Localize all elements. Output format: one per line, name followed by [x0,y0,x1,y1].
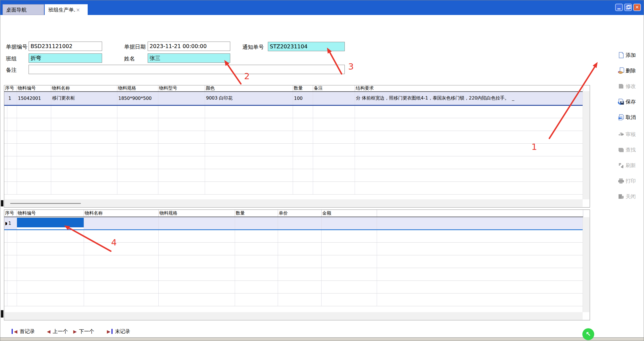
nav-last-record-button[interactable]: ▶ 末记录 [106,327,130,336]
first-record-bar-icon [12,329,13,334]
detail-grid-vertical-scrollbar[interactable] [583,217,589,312]
print-button[interactable]: 打印 [618,176,644,185]
tab-label: 班组生产单. [48,7,76,13]
detail-col-filler [377,210,583,217]
left-triangle-icon: ◀ [47,329,50,334]
cell-name[interactable] [84,217,158,230]
app-window: 桌面导航 班组生产单.× ✕ 单据编号 BSD231121002 单据日期 20… [0,0,644,341]
main-col-model: 物料型号 [158,85,205,92]
empty-row[interactable] [4,182,583,194]
audit-button[interactable]: 审核 [618,130,644,139]
doc-no-label: 单据编号 [6,43,27,51]
tab-team-production-order[interactable]: 班组生产单.× [45,4,88,15]
status-bar [0,337,644,341]
table-row[interactable]: 1 15042001 移门更衣柜 1850*900*500 9003 白印花 1… [4,92,583,105]
detail-col-qty: 数量 [235,210,278,217]
add-button[interactable]: 添加 [618,51,644,60]
restore-button[interactable] [624,4,632,11]
splitter-handle[interactable] [1,200,3,206]
detail-grid-horizontal-scrollbar[interactable] [5,312,583,320]
main-col-name: 物料名称 [51,85,117,92]
close-form-icon [618,193,624,200]
modify-button[interactable]: 修改 [618,82,644,91]
cell-code[interactable]: 15042001 [17,92,51,105]
title-bar [0,0,644,15]
team-input[interactable]: 折弯 [29,53,102,63]
empty-row[interactable] [4,255,583,268]
splitter-handle[interactable] [1,310,3,318]
cell-seq[interactable]: 1 [7,217,17,230]
add-doc-icon [618,52,624,59]
main-grid-table: 序号 物料编号 物料名称 物料规格 物料型号 颜色 数量 备注 结构要求 1 1… [4,85,583,195]
detail-grid: 序号 物料编号 物料名称 物料规格 数量 单价 金额 ▶ 1 [4,210,590,320]
cell-color[interactable]: 9003 白印花 [205,92,293,105]
save-button[interactable]: 保存 [618,97,644,106]
empty-row[interactable] [4,143,583,156]
team-label: 班组 [6,55,17,62]
empty-row[interactable] [4,242,583,255]
cancel-button[interactable]: 取消 [618,113,644,122]
close-form-button[interactable]: 关闭 [618,192,644,201]
cell-seq[interactable]: 1 [7,92,17,105]
empty-row[interactable] [4,156,583,169]
minimize-button[interactable] [615,4,623,11]
tab-desktop-navigation[interactable]: 桌面导航 [3,4,44,15]
row-indicator-cell [4,92,7,105]
find-button[interactable]: 查找 [618,145,644,154]
detail-col-code: 物料编号 [17,210,84,217]
annotation-number-4: 4 [111,237,117,247]
cell-model[interactable] [158,92,205,105]
delete-doc-icon [618,67,624,74]
detail-col-spec: 物料规格 [158,210,235,217]
delete-button[interactable]: 删除 [618,66,644,75]
cell-amount[interactable] [321,217,377,230]
annotation-number-3: 3 [348,61,354,72]
refresh-button[interactable]: 刷新 [618,161,644,170]
main-col-qty: 数量 [293,85,313,92]
detail-col-amount: 金额 [321,210,377,217]
notice-no-input[interactable]: STZ20231104 [268,42,345,51]
cell-qty[interactable]: 100 [293,92,313,105]
remark-input[interactable] [29,65,345,74]
refresh-icon [618,162,624,169]
nav-previous-button[interactable]: ◀ 上一个 [46,327,68,336]
cell-spec[interactable] [158,217,235,230]
close-button[interactable]: ✕ [633,4,641,11]
right-triangle-icon: ▶ [107,329,110,334]
find-icon [618,146,624,153]
nav-next-button[interactable]: ▶ 下一个 [73,327,94,336]
nav-first-record-button[interactable]: ◀ 首记录 [11,327,35,336]
table-row[interactable]: ▶ 1 [4,217,583,230]
cell-price[interactable] [278,217,321,230]
main-col-spec: 物料规格 [117,85,158,92]
row-indicator: ▶ [4,217,7,230]
notice-no-label: 通知单号 [242,44,264,51]
cell-requirement[interactable]: 分 体前框宽边，照移门更衣图纸4-1，泰国灰色移门锁，220内陷白色拉手。_ [355,92,583,105]
cell-remark[interactable] [313,92,355,105]
annotation-number-2: 2 [244,71,250,81]
right-triangle-icon: ▶ [73,329,77,334]
cell-name[interactable]: 移门更衣柜 [51,92,117,105]
empty-row[interactable] [4,105,583,118]
empty-row[interactable] [4,280,583,293]
text-caret: _ [512,95,514,101]
main-grid-horizontal-scrollbar[interactable] [5,199,583,207]
empty-row[interactable] [4,131,583,143]
empty-row[interactable] [4,293,583,306]
empty-row[interactable] [4,268,583,280]
person-input[interactable]: 张三 [148,53,230,63]
modify-icon [618,83,624,90]
tab-close-icon[interactable]: × [76,7,80,13]
empty-row[interactable] [4,118,583,131]
scroll-thumb[interactable] [10,203,81,204]
cell-spec[interactable]: 1850*900*500 [117,92,158,105]
green-arrow-status-icon[interactable]: ↖ [582,328,594,340]
cell-qty[interactable] [235,217,278,230]
doc-date-input[interactable]: 2023-11-21 00:00:00 [148,42,230,51]
cell-code[interactable] [17,217,84,230]
main-grid-vertical-scrollbar[interactable] [583,91,589,199]
main-grid: 序号 物料编号 物料名称 物料规格 物料型号 颜色 数量 备注 结构要求 1 1… [4,85,590,208]
empty-row[interactable] [4,169,583,182]
selected-cell[interactable] [17,218,84,229]
doc-no-input[interactable]: BSD231121002 [29,42,102,51]
